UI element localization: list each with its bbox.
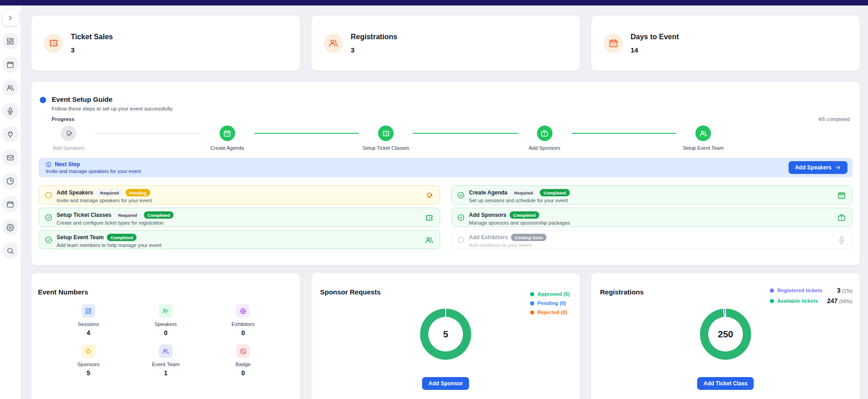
check-circle-icon xyxy=(457,191,465,199)
required-badge: Required xyxy=(96,189,122,196)
users-icon xyxy=(159,344,173,358)
registrations-donut-chart: 250 xyxy=(700,309,751,360)
ticket-icon xyxy=(44,34,63,53)
sidebar-expand-button[interactable] xyxy=(2,10,19,26)
calendar-icon xyxy=(837,191,846,200)
exhibitors-stat: Exhibitors 0 xyxy=(231,304,255,336)
legend-rejected: Rejected (0) xyxy=(530,310,570,315)
briefcase-icon xyxy=(537,126,552,141)
next-step-banner: Next Step Invite and manage speakers for… xyxy=(39,158,852,177)
pending-badge: Pending xyxy=(126,189,150,196)
task-add-speakers[interactable]: Add Speakers Required Pending Invite and… xyxy=(39,185,440,205)
ban-icon xyxy=(236,344,250,358)
step-label: Add Speakers xyxy=(53,145,84,151)
progress-status: 4/5 completed xyxy=(818,116,850,122)
sidebar-item-integrations[interactable] xyxy=(2,126,19,142)
step-label: Add Sponsors xyxy=(529,145,560,151)
task-title: Create Agenda xyxy=(469,189,507,196)
donut-center-value: 5 xyxy=(420,309,471,360)
arrow-right-icon xyxy=(835,164,841,171)
task-title: Add Sponsors xyxy=(469,212,506,218)
setup-guide-title: Event Setup Guide xyxy=(52,95,173,103)
completed-badge: Completed xyxy=(510,211,539,219)
badge-stat: Badge 0 xyxy=(236,344,251,377)
step-label: Setup Ticket Classes xyxy=(363,145,410,151)
task-title: Setup Event Team xyxy=(57,234,104,241)
sidebar-item-reports[interactable] xyxy=(2,173,19,189)
registrations-value: 3 xyxy=(351,46,397,54)
task-setup-ticket-classes[interactable]: Setup Ticket Classes Required Completed … xyxy=(39,208,440,227)
bottom-row: Event Numbers Sessions 4 Speakers 0 Exhi… xyxy=(31,273,860,399)
stat-value: 0 xyxy=(164,329,168,336)
check-circle-icon xyxy=(45,214,53,221)
available-tickets-value: 247 (99%) xyxy=(827,297,852,304)
stats-row: Ticket Sales 3 Registrations 3 Days to E… xyxy=(31,15,860,71)
sponsor-requests-donut-chart: 5 xyxy=(420,309,471,360)
step-connector xyxy=(413,133,518,134)
next-step-description: Invite and manage speakers for your even… xyxy=(46,168,141,174)
users-icon xyxy=(425,236,433,244)
registrations-chart-card: Registrations Registered tickets 3 (1%) … xyxy=(591,273,860,399)
task-description: Invite and manage speakers for your even… xyxy=(57,198,420,203)
sidebar-item-dashboard[interactable] xyxy=(2,33,19,49)
event-numbers-card: Event Numbers Sessions 4 Speakers 0 Exhi… xyxy=(31,273,300,399)
chevron-right-icon xyxy=(6,14,14,22)
completed-badge: Completed xyxy=(107,234,137,241)
step-connector xyxy=(254,133,359,134)
voice-icon xyxy=(425,191,433,200)
info-icon xyxy=(46,162,52,168)
completed-badge: Completed xyxy=(144,211,174,219)
registrations-legend: Registered tickets 3 (1%) Available tick… xyxy=(770,287,852,304)
days-to-event-title: Days to Event xyxy=(631,33,679,41)
voice-icon xyxy=(61,126,76,141)
progress-label: Progress xyxy=(52,116,173,122)
task-description: Add exhibitors to your event xyxy=(469,242,832,248)
step-add-speakers[interactable]: Add Speakers xyxy=(42,126,95,151)
sponsor-requests-card: Sponsor Requests Approved (5) Pending (0… xyxy=(311,273,580,399)
plug-icon xyxy=(6,131,14,138)
stat-value: 0 xyxy=(241,329,245,336)
sidebar-item-mail[interactable] xyxy=(2,149,19,166)
search-icon xyxy=(6,247,14,255)
calendar-icon xyxy=(604,34,623,53)
legend-available-tickets: Available tickets xyxy=(770,298,822,304)
calendar-icon xyxy=(220,126,235,141)
stat-label: Event Team xyxy=(152,362,180,367)
add-speakers-button[interactable]: Add Speakers xyxy=(789,161,847,174)
step-create-agenda[interactable]: Create Agenda xyxy=(200,126,254,151)
legend-pending: Pending (0) xyxy=(530,300,570,306)
sidebar-item-calendar[interactable] xyxy=(2,56,19,73)
task-create-agenda[interactable]: Create Agenda Required Completed Set up … xyxy=(451,185,852,205)
briefcase-icon xyxy=(837,214,846,222)
legend-approved: Approved (5) xyxy=(530,291,570,297)
coming-soon-badge: Coming Soon xyxy=(511,234,547,241)
sidebar-item-attendees[interactable] xyxy=(2,79,19,96)
task-description: Manage sponsors and sponsorship packages xyxy=(469,220,832,226)
event-setup-guide-card: Event Setup Guide Follow these steps to … xyxy=(31,81,860,266)
event-numbers-title: Event Numbers xyxy=(32,273,300,296)
globe-icon xyxy=(236,304,250,318)
sessions-stat: Sessions 4 xyxy=(78,304,99,336)
step-setup-ticket-classes[interactable]: Setup Ticket Classes xyxy=(359,126,413,151)
add-sponsor-button[interactable]: Add Sponsor xyxy=(422,377,469,390)
ticket-sales-title: Ticket Sales xyxy=(71,33,113,41)
sidebar-item-schedule[interactable] xyxy=(2,196,19,212)
main-content: Ticket Sales 3 Registrations 3 Days to E… xyxy=(21,0,868,399)
check-circle-icon xyxy=(45,236,53,244)
task-setup-event-team[interactable]: Setup Event Team Completed Add team memb… xyxy=(39,230,440,249)
circle-icon xyxy=(457,236,465,244)
sidebar-item-settings[interactable] xyxy=(2,219,19,236)
stat-label: Speakers xyxy=(155,321,177,327)
sidebar-item-speakers[interactable] xyxy=(2,103,19,119)
ticket-sales-card: Ticket Sales 3 xyxy=(31,15,300,71)
stat-label: Sponsors xyxy=(77,362,100,367)
sidebar-item-search[interactable] xyxy=(2,242,19,259)
task-description: Set up sessions and schedule for your ev… xyxy=(469,198,832,203)
task-add-sponsors[interactable]: Add Sponsors Completed Manage sponsors a… xyxy=(451,208,852,227)
step-add-sponsors[interactable]: Add Sponsors xyxy=(518,126,572,151)
circle-icon xyxy=(45,191,53,199)
add-ticket-class-button[interactable]: Add Ticket Class xyxy=(697,377,754,390)
step-setup-event-team[interactable]: Setup Event Team xyxy=(676,126,730,151)
task-add-exhibitors: Add Exhibitors Coming Soon Add exhibitor… xyxy=(451,230,852,249)
donut-center-value: 250 xyxy=(700,309,751,360)
